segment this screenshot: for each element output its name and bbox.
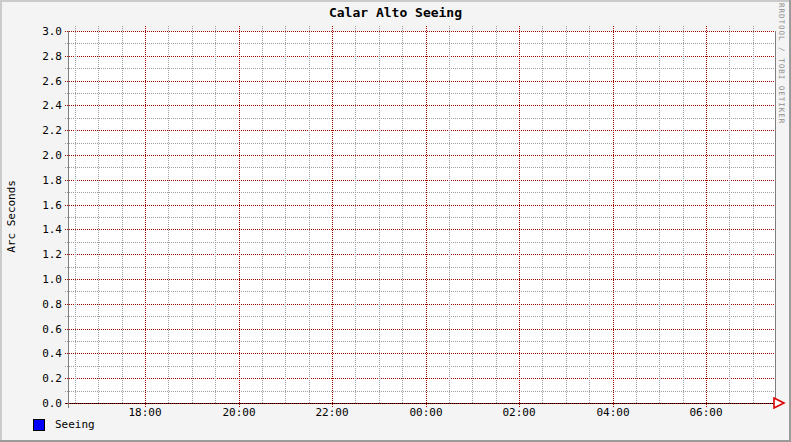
v-gridline-minor xyxy=(122,26,123,403)
plot-right-border xyxy=(775,31,776,404)
bevel-left xyxy=(0,0,2,442)
v-gridline-minor xyxy=(496,26,497,403)
h-gridline-minor xyxy=(65,93,774,94)
v-gridline-minor xyxy=(355,26,356,403)
v-gridline-major xyxy=(706,26,707,408)
y-tick-label: 0.2 xyxy=(0,372,62,385)
y-tick-label: 0.4 xyxy=(0,347,62,360)
h-gridline-minor xyxy=(65,291,774,292)
v-gridline-major xyxy=(426,26,427,408)
v-gridline-minor xyxy=(262,26,263,403)
h-gridline-major xyxy=(65,155,774,156)
h-gridline-minor xyxy=(65,43,774,44)
h-gridline-major xyxy=(65,105,774,106)
v-gridline-minor xyxy=(449,26,450,403)
v-gridline-minor xyxy=(472,26,473,403)
x-tick-label: 20:00 xyxy=(211,406,267,419)
x-tick-label: 22:00 xyxy=(304,406,360,419)
h-gridline-major xyxy=(65,304,774,305)
v-gridline-minor xyxy=(379,26,380,403)
x-tick-label: 00:00 xyxy=(398,406,454,419)
x-tick-label: 18:00 xyxy=(117,406,173,419)
y-tick-label: 2.2 xyxy=(0,124,62,137)
rrdtool-graph: 0.00.20.40.60.81.01.21.41.61.82.02.22.42… xyxy=(0,0,791,442)
x-tick-label: 02:00 xyxy=(491,406,547,419)
h-gridline-minor xyxy=(65,341,774,342)
v-gridline-minor xyxy=(636,26,637,403)
y-tick-label: 3.0 xyxy=(0,25,62,38)
y-tick-label: 0.0 xyxy=(0,397,62,410)
h-gridline-minor xyxy=(65,242,774,243)
y-tick-label: 0.6 xyxy=(0,323,62,336)
h-gridline-major xyxy=(65,353,774,354)
v-gridline-major xyxy=(613,26,614,408)
h-gridline-minor xyxy=(65,143,774,144)
x-axis-arrow-icon xyxy=(773,397,786,409)
v-gridline-minor xyxy=(192,26,193,403)
y-axis-line xyxy=(68,31,69,408)
v-gridline-major xyxy=(145,26,146,408)
v-gridline-minor xyxy=(309,26,310,403)
v-gridline-minor xyxy=(683,26,684,403)
v-gridline-minor xyxy=(753,26,754,403)
x-tick-label: 06:00 xyxy=(678,406,734,419)
h-gridline-minor xyxy=(65,316,774,317)
v-gridline-minor xyxy=(729,26,730,403)
y-tick-label: 0.8 xyxy=(0,298,62,311)
h-gridline-minor xyxy=(65,118,774,119)
y-tick-label: 2.8 xyxy=(0,50,62,63)
h-gridline-minor xyxy=(65,167,774,168)
h-gridline-major xyxy=(65,254,774,255)
h-gridline-major xyxy=(65,403,774,404)
y-tick-label: 2.6 xyxy=(0,75,62,88)
h-gridline-major xyxy=(65,279,774,280)
rrdtool-watermark: RRDTOOL / TOBI OETIKER xyxy=(777,3,786,124)
v-gridline-minor xyxy=(542,26,543,403)
v-gridline-minor xyxy=(98,26,99,403)
h-gridline-minor xyxy=(65,217,774,218)
h-gridline-major xyxy=(65,229,774,230)
h-gridline-major xyxy=(65,81,774,82)
h-gridline-major xyxy=(65,31,774,32)
v-gridline-major xyxy=(519,26,520,408)
y-tick-label: 2.4 xyxy=(0,99,62,112)
h-gridline-minor xyxy=(65,267,774,268)
h-gridline-major xyxy=(65,329,774,330)
h-gridline-major xyxy=(65,130,774,131)
h-gridline-major xyxy=(65,56,774,57)
v-gridline-minor xyxy=(659,26,660,403)
v-gridline-minor xyxy=(285,26,286,403)
y-axis-title: Arc Seconds xyxy=(5,180,18,253)
v-gridline-minor xyxy=(566,26,567,403)
h-gridline-minor xyxy=(65,68,774,69)
h-gridline-major xyxy=(65,378,774,379)
v-gridline-minor xyxy=(168,26,169,403)
v-gridline-minor xyxy=(589,26,590,403)
x-tick-label: 04:00 xyxy=(585,406,641,419)
h-gridline-minor xyxy=(65,366,774,367)
v-gridline-major xyxy=(332,26,333,408)
h-gridline-major xyxy=(65,180,774,181)
chart-title: Calar Alto Seeing xyxy=(0,5,791,20)
v-gridline-major xyxy=(239,26,240,408)
h-gridline-major xyxy=(65,205,774,206)
legend-swatch-seeing xyxy=(33,419,45,431)
v-gridline-minor xyxy=(75,26,76,403)
h-gridline-minor xyxy=(65,192,774,193)
v-gridline-minor xyxy=(215,26,216,403)
legend-label-seeing: Seeing xyxy=(55,418,95,431)
v-gridline-minor xyxy=(402,26,403,403)
y-tick-label: 1.0 xyxy=(0,273,62,286)
bevel-top xyxy=(0,0,791,2)
y-tick-label: 2.0 xyxy=(0,149,62,162)
h-gridline-minor xyxy=(65,391,774,392)
